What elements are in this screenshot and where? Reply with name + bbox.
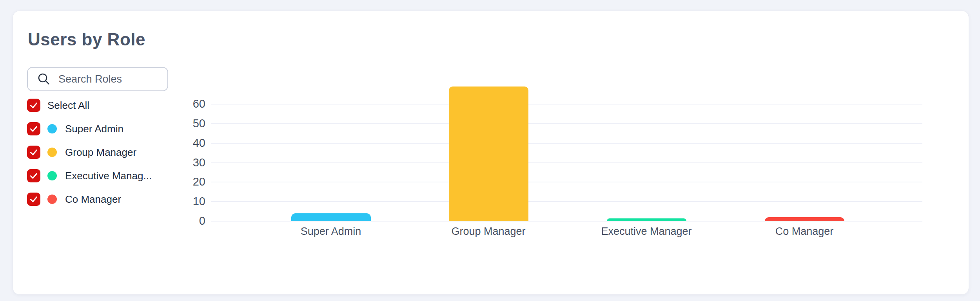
role-filter-row[interactable]: Executive Manag... — [27, 167, 152, 184]
role-color-dot — [47, 124, 57, 133]
y-axis-tick-label: 0 — [170, 215, 205, 227]
users-by-role-card: Users by Role Select All Super Admin — [13, 11, 969, 295]
checkbox-checked[interactable] — [27, 169, 40, 182]
y-axis-tick-label: 60 — [170, 98, 205, 110]
card-title: Users by Role — [28, 30, 145, 49]
gridline — [211, 182, 922, 182]
bar-chart: 0102030405060Super AdminGroup ManagerExe… — [13, 11, 969, 294]
role-color-dot — [47, 195, 57, 204]
y-axis-tick-label: 30 — [170, 157, 205, 168]
y-axis-tick-label: 20 — [170, 176, 205, 187]
search-roles-box[interactable] — [27, 67, 168, 91]
x-axis-category-label: Super Admin — [260, 225, 401, 237]
y-axis-tick-label: 40 — [170, 137, 205, 149]
gridline — [211, 143, 922, 144]
check-icon — [29, 147, 39, 157]
role-filter-row[interactable]: Group Manager — [27, 144, 136, 161]
checkbox-checked[interactable] — [27, 122, 40, 135]
search-icon — [37, 72, 51, 86]
role-filter-row[interactable]: Co Manager — [27, 191, 121, 208]
check-icon — [29, 124, 39, 134]
bar-group-manager[interactable] — [449, 87, 528, 221]
checkbox-checked[interactable] — [27, 99, 40, 112]
gridline — [211, 201, 922, 202]
x-axis-category-label: Co Manager — [734, 225, 875, 237]
role-color-dot — [47, 148, 57, 157]
role-filter-label: Executive Manag... — [65, 170, 152, 182]
role-filter-label: Select All — [47, 99, 89, 112]
y-axis-tick-label: 50 — [170, 118, 205, 129]
role-filter-label: Co Manager — [65, 193, 121, 205]
checkbox-checked[interactable] — [27, 193, 40, 206]
x-axis-category-label: Executive Manager — [576, 225, 717, 237]
role-filter-label: Group Manager — [65, 146, 136, 159]
gridline — [211, 162, 922, 163]
select-all-filter-row[interactable]: Select All — [27, 97, 89, 114]
role-filter-row[interactable]: Super Admin — [27, 120, 123, 137]
check-icon — [29, 171, 39, 181]
bar-executive-manager[interactable] — [607, 218, 686, 221]
y-axis-tick-label: 10 — [170, 196, 205, 207]
search-roles-input[interactable] — [58, 73, 157, 86]
bar-super-admin[interactable] — [291, 213, 371, 221]
checkbox-checked[interactable] — [27, 146, 40, 159]
check-icon — [29, 194, 39, 204]
gridline — [211, 104, 922, 105]
check-icon — [29, 100, 39, 110]
bar-co-manager[interactable] — [765, 217, 844, 221]
x-axis-category-label: Group Manager — [418, 225, 559, 237]
gridline — [211, 123, 922, 124]
role-color-dot — [47, 171, 57, 180]
role-filter-label: Super Admin — [65, 123, 123, 135]
